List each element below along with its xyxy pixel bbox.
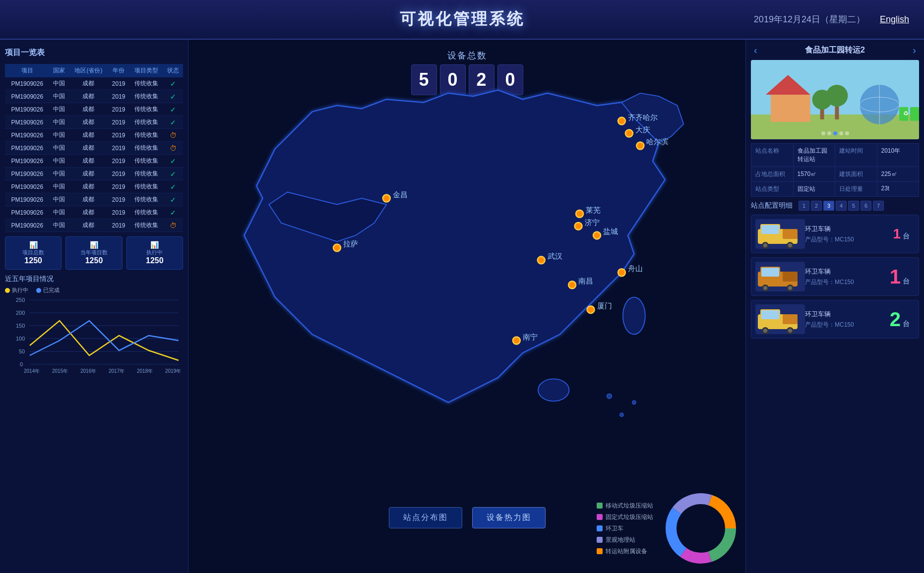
- line-chart-svg: 250 200 150 100 50 0: [5, 296, 181, 375]
- svg-point-62: [826, 85, 848, 107]
- status-clock-icon: ⏱: [170, 144, 177, 152]
- svg-text:2016年: 2016年: [80, 368, 96, 374]
- equipment-heatmap-btn[interactable]: 设备热力图: [472, 507, 546, 528]
- status-check-icon: ✓: [170, 118, 176, 126]
- vehicle-card-1-inner: 环卫车辆 产品型号：MC150 1 台: [755, 219, 915, 249]
- svg-point-73: [763, 243, 767, 247]
- table-row[interactable]: PM1909026中国成都2019传统收集✓: [5, 193, 183, 206]
- preview-image: ♻: [751, 60, 919, 139]
- svg-point-47: [513, 337, 520, 344]
- header-right: 2019年12月24日（星期二） English: [754, 13, 909, 25]
- project-table: 项目国家地区(省份)年份项目类型状态 PM1909026中国成都2019传统收集…: [5, 64, 183, 232]
- center-panel: 设备总数 5 0 2 0: [188, 40, 745, 573]
- table-row[interactable]: PM1909026中国成都2019传统收集✓: [5, 116, 183, 129]
- table-row[interactable]: PM1909026中国成都2019传统收集⏱: [5, 129, 183, 142]
- pie-legend-item-5: 转运站附属设备: [597, 547, 653, 556]
- table-row[interactable]: PM1909026中国成都2019传统收集✓: [5, 155, 183, 168]
- svg-text:盐城: 盐城: [603, 227, 618, 235]
- main-layout: 项目一览表 项目国家地区(省份)年份项目类型状态 PM1909026中国成都20…: [0, 40, 924, 573]
- info-value-building: 225㎡: [877, 167, 919, 181]
- right-panel-header: ‹ 食品加工园转运2 ›: [751, 45, 919, 56]
- right-panel: ‹ 食品加工园转运2 ›: [745, 40, 924, 573]
- config-tab-7[interactable]: 7: [873, 201, 884, 211]
- table-row[interactable]: PM1909026中国成都2019传统收集✓: [5, 206, 183, 219]
- station-map-btn[interactable]: 站点分布图: [389, 507, 462, 528]
- svg-text:2017年: 2017年: [109, 368, 124, 374]
- svg-point-54: [677, 505, 725, 552]
- prev-btn[interactable]: ‹: [751, 45, 760, 56]
- svg-text:100: 100: [16, 336, 25, 342]
- config-tab-2[interactable]: 2: [811, 201, 822, 211]
- status-check-icon: ✓: [170, 80, 176, 88]
- config-tab-4[interactable]: 4: [836, 201, 847, 211]
- preview-dots: [821, 131, 849, 135]
- svg-text:武汉: 武汉: [548, 252, 562, 260]
- svg-text:南宁: 南宁: [523, 333, 538, 341]
- chart-legend: 执行中 已完成: [5, 286, 183, 294]
- dot-4[interactable]: [839, 131, 843, 135]
- map-container: 设备总数 5 0 2 0: [188, 40, 745, 573]
- table-title: 项目一览表: [5, 45, 183, 61]
- svg-point-39: [568, 281, 576, 288]
- table-col-年份: 年份: [108, 64, 129, 77]
- dot-2[interactable]: [827, 131, 831, 135]
- svg-text:齐齐哈尔: 齐齐哈尔: [628, 113, 658, 121]
- stat-label-1: 项目总数: [8, 249, 58, 256]
- header-title: 可视化管理系统: [400, 8, 525, 30]
- status-check-icon: ✓: [170, 183, 176, 191]
- svg-rect-57: [771, 95, 810, 122]
- config-tab-3[interactable]: 3: [823, 201, 834, 211]
- legend-label-executing: 执行中: [12, 286, 28, 294]
- info-label-building: 建筑面积: [835, 167, 877, 181]
- language-switch[interactable]: English: [880, 14, 909, 25]
- next-btn[interactable]: ›: [910, 45, 919, 56]
- line-chart: 250 200 150 100 50 0: [5, 296, 183, 377]
- table-body: PM1909026中国成都2019传统收集✓PM1909026中国成都2019传…: [5, 77, 183, 232]
- table-row[interactable]: PM1909026中国成都2019传统收集✓: [5, 180, 183, 193]
- info-grid: 站点名称 食品加工园转运站 建站时间 2010年 占地总面积 1570㎡ 建筑面…: [751, 143, 919, 197]
- vehicle-img-2: [755, 262, 805, 291]
- dot-5[interactable]: [845, 131, 849, 135]
- status-check-icon: ✓: [170, 93, 176, 101]
- table-row[interactable]: PM1909026中国成都2019传统收集⏱: [5, 142, 183, 155]
- pie-color-4: [597, 537, 603, 543]
- table-row[interactable]: PM1909026中国成都2019传统收集✓: [5, 168, 183, 180]
- config-tab-5[interactable]: 5: [848, 201, 859, 211]
- svg-text:2019年: 2019年: [165, 368, 181, 374]
- table-row[interactable]: PM1909026中国成都2019传统收集✓: [5, 90, 183, 103]
- legend-dot-executing: [5, 288, 10, 293]
- svg-point-29: [383, 195, 390, 202]
- svg-text:2015年: 2015年: [52, 368, 68, 374]
- preview-illustration: ♻: [751, 60, 919, 139]
- status-check-icon: ✓: [170, 157, 176, 165]
- dot-1[interactable]: [821, 131, 825, 135]
- status-check-icon: ✓: [170, 170, 176, 178]
- svg-text:0: 0: [20, 361, 23, 367]
- table-row[interactable]: PM1909026中国成都2019传统收集⏱: [5, 219, 183, 232]
- table-col-国家: 国家: [50, 64, 69, 77]
- status-check-icon: ✓: [170, 209, 176, 217]
- svg-rect-84: [783, 272, 798, 282]
- table-row[interactable]: PM1909026中国成都2019传统收集✓: [5, 103, 183, 116]
- svg-point-35: [593, 231, 601, 239]
- svg-text:♻: ♻: [903, 110, 909, 117]
- table-col-项目类型: 项目类型: [129, 64, 164, 77]
- header-date: 2019年12月24日（星期二）: [754, 13, 865, 25]
- config-tabs: 1 2 3 4 5 6 7: [799, 201, 884, 211]
- pie-color-2: [597, 514, 603, 520]
- svg-rect-79: [761, 268, 779, 277]
- table-col-项目: 项目: [5, 64, 50, 77]
- table-col-状态: 状态: [164, 64, 183, 77]
- info-value-daily: 23t: [877, 182, 919, 196]
- dot-3[interactable]: [833, 131, 837, 135]
- table-row[interactable]: PM1909026中国成都2019传统收集✓: [5, 232, 183, 233]
- pie-legend-item-2: 固定式垃圾压缩站: [597, 513, 653, 521]
- config-tab-1[interactable]: 1: [799, 201, 809, 211]
- header: 可视化管理系统 2019年12月24日（星期二） English: [0, 0, 924, 40]
- config-tab-6[interactable]: 6: [861, 201, 871, 211]
- stat-value-3: 1250: [130, 256, 180, 265]
- table-row[interactable]: PM1909026中国成都2019传统收集✓: [5, 77, 183, 90]
- svg-rect-76: [783, 229, 798, 239]
- project-table-wrapper[interactable]: 项目国家地区(省份)年份项目类型状态 PM1909026中国成都2019传统收集…: [5, 64, 183, 232]
- legend-dot-completed: [36, 288, 41, 293]
